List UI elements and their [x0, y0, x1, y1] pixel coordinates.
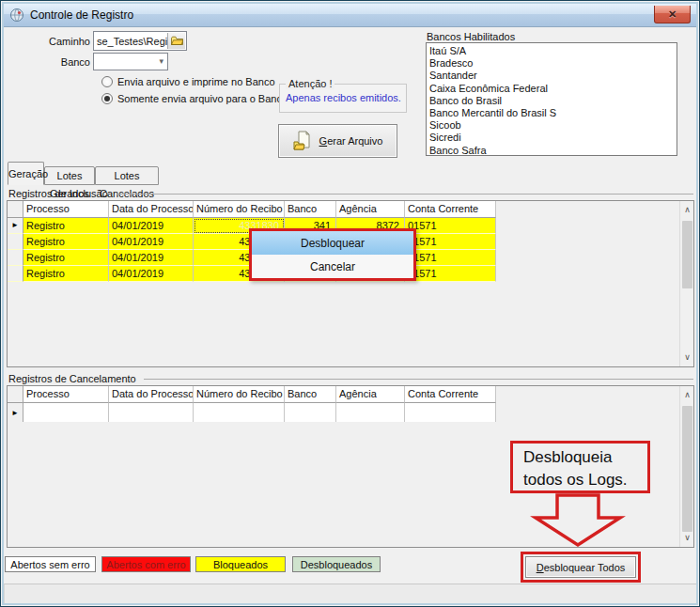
radio-icon [101, 76, 113, 87]
radio-somente-envia-label: Somente envia arquivo para o Banco [117, 93, 288, 104]
cell-processo[interactable]: Registro [23, 250, 109, 266]
status-bar [4, 584, 698, 604]
empty-cell [336, 403, 405, 422]
column-header[interactable]: Número do Recibo [194, 386, 285, 403]
scroll-down-icon[interactable]: ∨ [680, 350, 694, 365]
scroll-down-icon[interactable]: ∨ [680, 531, 694, 545]
column-header[interactable]: Número do Recibo [194, 201, 285, 218]
cancelamento-title: Registros de Cancelamento [8, 373, 136, 384]
caminho-input[interactable]: se_Testes\Registro [93, 31, 187, 51]
menu-item-desbloquear[interactable]: Desbloquear [252, 231, 413, 255]
row-indicator-icon: ► [8, 403, 23, 422]
list-item[interactable]: Caixa Econômica Federal [429, 83, 677, 95]
empty-cell [285, 403, 336, 422]
cell-data[interactable]: 04/01/2019 [109, 250, 194, 266]
divider [144, 379, 693, 380]
title-bar[interactable]: Controle de Registro ✕ [4, 4, 698, 27]
divider [117, 194, 693, 195]
tab-lotes-cancelados[interactable]: Lotes Cancelados [95, 166, 159, 185]
empty-cell [23, 403, 109, 422]
list-item[interactable]: Sicoob [429, 119, 677, 132]
empty-cell [405, 403, 496, 422]
inclusao-scrollbar[interactable]: ∧ ∨ [679, 201, 693, 366]
list-item[interactable]: Banco Safra [429, 145, 677, 157]
cell-conta[interactable]: 01571 [405, 218, 496, 234]
inclusao-title: Registros de Inclusão [8, 188, 108, 199]
context-menu: Desbloquear Cancelar [249, 228, 416, 281]
cell-conta[interactable]: 01571 [405, 266, 496, 282]
row-indicator-empty [8, 250, 23, 266]
column-header[interactable]: Conta Corrente [405, 386, 496, 403]
file-folder-icon [293, 131, 312, 151]
cell-data[interactable]: 04/01/2019 [109, 218, 194, 234]
app-window: Controle de Registro ✕ Caminho se_Testes… [0, 0, 700, 607]
list-item[interactable]: Bradesco [429, 57, 677, 70]
atencao-title: Atenção ! [286, 78, 334, 89]
column-header[interactable]: Data do Processo [109, 386, 194, 403]
empty-row[interactable]: ► [8, 403, 693, 422]
list-item[interactable]: Santander [429, 70, 677, 82]
column-header[interactable]: Data do Processo [109, 201, 194, 218]
column-header[interactable]: Agência [336, 201, 405, 218]
gerar-arquivo-button[interactable]: Gerar Arquivo [278, 124, 397, 158]
tab-geracao[interactable]: Geração [8, 162, 44, 185]
annotation-line2: todos os Logs. [523, 469, 647, 491]
cell-data[interactable]: 04/01/2019 [109, 266, 194, 282]
row-indicator-empty [8, 234, 23, 250]
legend-abertos-com-erro: Abertos com erro [101, 556, 191, 572]
list-item[interactable]: Sicredi [429, 132, 677, 144]
row-indicator-icon: ► [8, 218, 23, 234]
menu-item-cancelar[interactable]: Cancelar [252, 255, 413, 278]
bancos-listbox[interactable]: Itaú S/A Bradesco Santander Caixa Econôm… [426, 42, 677, 156]
cell-processo[interactable]: Registro [23, 234, 109, 250]
desbloquear-todos-button[interactable]: Desbloquear Todos [525, 556, 636, 578]
desbloquear-todos-label: Desbloquear Todos [537, 562, 626, 573]
close-button[interactable]: ✕ [654, 6, 691, 23]
window-title: Controle de Registro [30, 8, 133, 22]
cell-conta[interactable]: 01571 [405, 250, 496, 266]
column-header[interactable]: Agência [336, 386, 405, 403]
radio-envia-imprime[interactable]: Envia arquivo e imprime no Banco [101, 76, 275, 87]
list-item[interactable]: Banco Mercantil do Brasil S [429, 107, 677, 119]
browse-folder-button[interactable] [167, 33, 185, 49]
radio-envia-imprime-label: Envia arquivo e imprime no Banco [117, 76, 275, 87]
column-header[interactable]: Conta Corrente [405, 201, 496, 218]
cancelamento-scrollbar[interactable]: ∧ ∨ [679, 386, 693, 547]
cell-conta[interactable]: 01571 [405, 234, 496, 250]
indicator-header [8, 386, 23, 403]
column-header[interactable]: Processo [23, 386, 109, 403]
legend-bloqueados: Bloqueados [195, 556, 286, 572]
scroll-up-icon[interactable]: ∧ [680, 203, 694, 217]
empty-cell [194, 403, 285, 422]
radio-somente-envia[interactable]: Somente envia arquivo para o Banco [101, 93, 288, 104]
cell-processo[interactable]: Registro [23, 218, 109, 234]
indicator-header [8, 201, 23, 218]
scrollbar-thumb[interactable] [682, 406, 692, 532]
column-header[interactable]: Banco [285, 386, 336, 403]
list-item[interactable]: Itaú S/A [429, 45, 677, 57]
inclusao-grid[interactable]: Processo Data do Processo Número do Reci… [7, 200, 694, 367]
scrollbar-thumb[interactable] [682, 221, 692, 288]
annotation-arrow-down-icon [525, 493, 630, 548]
radio-selected-icon [101, 93, 113, 104]
column-header[interactable]: Processo [23, 201, 109, 218]
annotation-line1: Desbloqueia [523, 446, 647, 469]
cancelamento-header-row: Processo Data do Processo Número do Reci… [8, 386, 693, 403]
tab-lotes-gerados[interactable]: Lotes Gerados [44, 166, 95, 185]
empty-cell [109, 403, 194, 422]
scroll-up-icon[interactable]: ∧ [680, 388, 694, 402]
caminho-label: Caminho [29, 36, 90, 47]
cell-processo[interactable]: Registro [23, 266, 109, 282]
row-indicator-empty [8, 266, 23, 282]
legend-abertos-sem-erro: Abertos sem erro [5, 556, 96, 572]
app-icon [9, 8, 24, 23]
cell-data[interactable]: 04/01/2019 [109, 234, 194, 250]
banco-combobox[interactable]: ▾ [93, 53, 168, 70]
banco-label: Banco [29, 56, 90, 68]
list-item[interactable]: Banco do Brasil [429, 95, 677, 107]
chevron-down-icon: ▾ [159, 56, 163, 66]
column-header[interactable]: Banco [285, 201, 336, 218]
annotation-callout: Desbloqueia todos os Logs. [510, 441, 650, 493]
gerar-arquivo-label: Gerar Arquivo [319, 135, 383, 147]
legend-desbloqueados: Desbloqueados [292, 556, 381, 572]
